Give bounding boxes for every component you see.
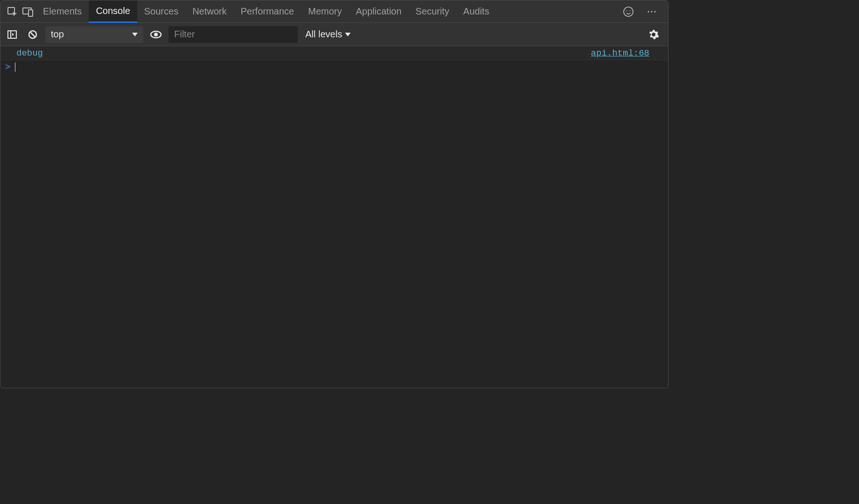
- svg-point-5: [630, 10, 631, 11]
- context-label: top: [51, 29, 64, 40]
- execution-context-select[interactable]: top: [45, 26, 143, 43]
- log-message: debug: [16, 48, 43, 58]
- svg-point-12: [154, 33, 158, 36]
- log-source-link[interactable]: api.html:68: [591, 48, 663, 58]
- svg-point-4: [627, 10, 627, 11]
- log-levels-select[interactable]: All levels: [303, 29, 351, 40]
- svg-point-6: [648, 11, 649, 12]
- svg-point-8: [654, 11, 655, 12]
- console-toolbar: top All levels: [0, 23, 668, 46]
- tab-performance[interactable]: Performance: [234, 0, 302, 23]
- devtools-tabbar: ElementsConsoleSourcesNetworkPerformance…: [0, 0, 668, 23]
- chevron-down-icon: [132, 33, 138, 36]
- chevron-down-icon: [345, 33, 351, 36]
- tabbar-right: [620, 4, 664, 20]
- levels-label: All levels: [305, 29, 342, 40]
- prompt-chevron-icon: >: [5, 62, 10, 72]
- tab-memory[interactable]: Memory: [301, 0, 349, 23]
- console-prompt[interactable]: >: [0, 60, 668, 74]
- tab-network[interactable]: Network: [185, 0, 233, 23]
- more-options-icon[interactable]: [644, 4, 660, 20]
- tab-console[interactable]: Console: [89, 0, 137, 23]
- tab-sources[interactable]: Sources: [137, 0, 185, 23]
- tab-audits[interactable]: Audits: [456, 0, 496, 23]
- filter-input[interactable]: [169, 26, 298, 43]
- smiley-icon[interactable]: [620, 4, 636, 20]
- device-toolbar-icon[interactable]: [20, 4, 36, 20]
- settings-gear-icon[interactable]: [646, 27, 662, 42]
- clear-console-icon[interactable]: [25, 27, 41, 42]
- tab-elements[interactable]: Elements: [36, 0, 89, 23]
- toggle-sidebar-icon[interactable]: [4, 27, 20, 42]
- log-entry[interactable]: debug api.html:68: [0, 46, 668, 60]
- svg-point-7: [651, 11, 652, 12]
- text-cursor: [15, 63, 15, 72]
- svg-rect-2: [28, 10, 33, 16]
- tab-application[interactable]: Application: [349, 0, 408, 23]
- live-expression-icon[interactable]: [148, 27, 164, 42]
- inspect-element-icon[interactable]: [4, 4, 20, 20]
- tab-security[interactable]: Security: [408, 0, 456, 23]
- svg-point-3: [624, 7, 633, 16]
- tabbar-left: ElementsConsoleSourcesNetworkPerformance…: [4, 0, 496, 23]
- console-output: debug api.html:68 >: [0, 46, 668, 74]
